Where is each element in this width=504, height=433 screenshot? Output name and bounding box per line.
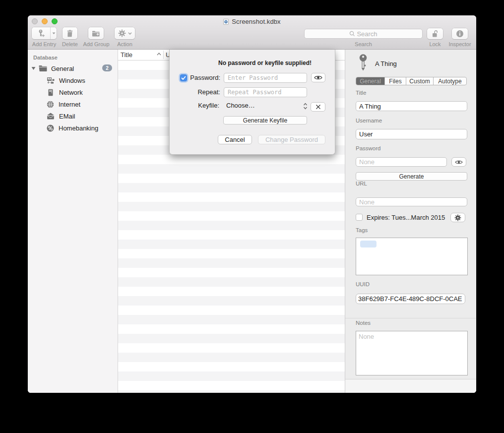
entry-row[interactable] (118, 306, 345, 315)
entry-row[interactable] (118, 315, 345, 324)
entry-row[interactable] (118, 371, 345, 381)
url-field-label: URL (356, 181, 367, 186)
entry-row[interactable] (118, 183, 345, 192)
entry-row[interactable] (118, 390, 345, 393)
sheet-keyfile-label: Keyfile: (188, 102, 219, 109)
repeat-password-input[interactable] (224, 87, 307, 97)
screen-background: Screenshot.kdbx (0, 0, 504, 433)
unlock-icon (432, 30, 439, 38)
entry-row[interactable] (118, 192, 345, 202)
sheet-password-label: Password: (188, 74, 220, 81)
add-entry-label: Add Entry (32, 41, 57, 47)
username-field[interactable] (356, 129, 467, 139)
lock-label: Lock (427, 41, 443, 47)
titlebar-toolbar: Screenshot.kdbx (28, 15, 476, 50)
entry-row[interactable] (118, 155, 345, 164)
entry-row[interactable] (118, 324, 345, 334)
entry-row[interactable] (118, 202, 345, 211)
sidebar-group-label: General (51, 65, 74, 72)
tab-general[interactable]: General (356, 77, 385, 85)
password-field-label: Password (356, 145, 381, 151)
generate-password-button[interactable]: Generate (356, 172, 467, 181)
entry-row[interactable] (118, 230, 345, 240)
chevron-down-icon (128, 32, 132, 35)
entry-row[interactable] (118, 343, 345, 353)
keyfile-popup[interactable]: Choose… (226, 102, 255, 109)
sheet-reveal-password-button[interactable] (311, 73, 325, 82)
add-entry-button[interactable] (32, 27, 57, 39)
windows-group-icon (47, 77, 55, 84)
sidebar-item-network[interactable]: Network (28, 86, 118, 98)
entry-row[interactable] (118, 296, 345, 306)
password-field[interactable] (356, 157, 447, 167)
sidebar-group-general[interactable]: General 2 (28, 62, 118, 74)
popup-stepper-icon[interactable] (303, 103, 308, 110)
change-password-button[interactable]: Change Password (258, 135, 325, 144)
sidebar-item-internet[interactable]: Internet (28, 98, 118, 110)
title-field[interactable] (356, 101, 467, 111)
tags-box[interactable] (356, 238, 468, 275)
column-header-title[interactable]: Title (121, 51, 132, 59)
column-divider[interactable] (163, 51, 164, 59)
sidebar-item-windows[interactable]: Windows (28, 74, 118, 86)
entry-row[interactable] (118, 221, 345, 230)
sidebar-item-homebanking[interactable]: Homebanking (28, 122, 118, 134)
uuid-field-label: UUID (356, 281, 370, 287)
entry-row[interactable] (118, 240, 345, 249)
entry-row[interactable] (118, 174, 345, 183)
window-title: Screenshot.kdbx (232, 18, 280, 25)
tab-custom[interactable]: Custom (406, 77, 434, 85)
inspector-panel: A Thing General Files Custom Autotype Ti… (345, 50, 476, 393)
clear-keyfile-button[interactable] (311, 102, 325, 112)
group-count-badge: 2 (102, 64, 112, 71)
window-title-row: Screenshot.kdbx (28, 18, 476, 25)
cancel-button[interactable]: Cancel (218, 135, 252, 144)
entry-row[interactable] (118, 334, 345, 343)
generate-keyfile-button[interactable]: Generate Keyfile (223, 116, 307, 124)
reveal-password-button[interactable] (451, 157, 466, 167)
search-label: Search (304, 41, 423, 47)
delete-label: Delete (58, 41, 82, 47)
enter-password-input[interactable] (224, 73, 307, 83)
tag-token[interactable] (360, 241, 377, 247)
notes-textarea[interactable] (356, 331, 468, 375)
entry-row[interactable] (118, 277, 345, 287)
key-plus-icon (37, 29, 45, 38)
app-window: Screenshot.kdbx (28, 15, 476, 393)
action-button[interactable] (115, 27, 135, 39)
expires-label: Expires: Tues...March 2015 (367, 214, 445, 221)
expires-checkbox[interactable] (356, 214, 363, 221)
add-group-button[interactable] (88, 27, 104, 39)
search-input[interactable]: Search (304, 29, 423, 39)
password-checkbox[interactable] (180, 74, 187, 81)
entry-row[interactable] (118, 164, 345, 174)
entry-row[interactable] (118, 268, 345, 277)
delete-button[interactable] (63, 27, 77, 39)
eye-icon (314, 75, 322, 80)
disclosure-triangle-icon[interactable] (31, 66, 36, 70)
entry-row[interactable] (118, 381, 345, 390)
entry-row[interactable] (118, 287, 345, 296)
entry-row[interactable] (118, 211, 345, 221)
sidebar: Database General 2 (28, 50, 118, 393)
sheet-repeat-label: Repeat: (188, 88, 220, 96)
tab-files[interactable]: Files (385, 77, 406, 85)
entry-row[interactable] (118, 258, 345, 268)
sidebar-item-label: Homebanking (59, 124, 98, 132)
envelope-icon (47, 113, 55, 120)
tab-autotype[interactable]: Autotype (434, 77, 466, 85)
action-label: Action (115, 41, 135, 47)
entry-row[interactable] (118, 353, 345, 362)
entry-row[interactable] (118, 249, 345, 258)
expires-options-button[interactable] (450, 213, 465, 222)
sidebar-item-label: Windows (59, 77, 85, 84)
inspector-button[interactable] (452, 28, 468, 39)
lock-button[interactable] (427, 28, 443, 39)
sidebar-item-email[interactable]: EMail (28, 110, 118, 122)
inspector-tabs: General Files Custom Autotype (356, 77, 467, 85)
uuid-field[interactable] (356, 294, 465, 304)
url-field[interactable] (356, 197, 467, 206)
add-entry-dropdown[interactable] (51, 32, 57, 35)
inspector-entry-title: A Thing (375, 60, 397, 67)
entry-row[interactable] (118, 362, 345, 371)
